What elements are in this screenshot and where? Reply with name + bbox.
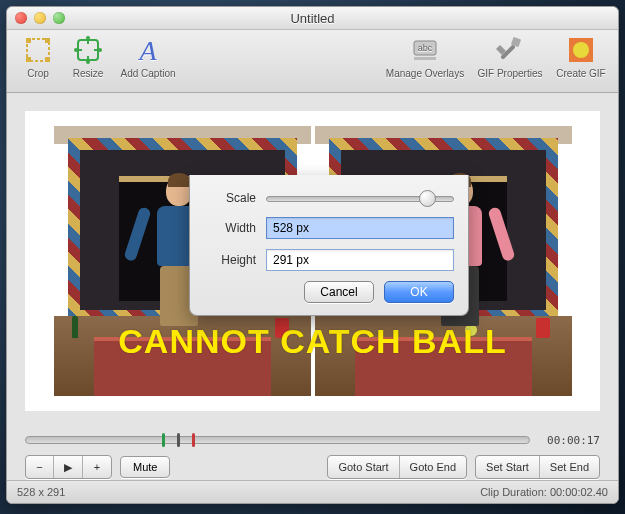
minimize-icon[interactable] <box>34 12 46 24</box>
create-gif-button[interactable]: Create GIF <box>550 34 612 79</box>
svg-rect-13 <box>414 57 436 60</box>
height-label: Height <box>204 253 256 267</box>
status-bar: 528 x 291 Clip Duration: 00:00:02.40 <box>7 480 618 503</box>
clip-duration-label: Clip Duration: <box>480 486 547 498</box>
gif-properties-button[interactable]: GIF Properties <box>470 34 550 79</box>
slider-knob[interactable] <box>419 190 436 207</box>
toolbar-label: Add Caption <box>120 68 175 79</box>
timecode: 00:00:17 <box>530 434 600 447</box>
set-start-button[interactable]: Set Start <box>476 456 540 478</box>
add-caption-button[interactable]: A Add Caption <box>113 34 183 79</box>
width-label: Width <box>204 221 256 235</box>
crop-button[interactable]: Crop <box>13 34 63 79</box>
svg-rect-1 <box>26 38 31 43</box>
height-input[interactable] <box>266 249 454 271</box>
crop-icon <box>22 34 54 66</box>
svg-point-6 <box>74 48 78 52</box>
scale-slider[interactable] <box>266 189 454 207</box>
status-dimensions: 528 x 291 <box>17 486 65 498</box>
svg-point-7 <box>98 48 102 52</box>
playhead[interactable] <box>177 433 180 447</box>
cancel-button[interactable]: Cancel <box>304 281 374 303</box>
width-input[interactable] <box>266 217 454 239</box>
step-controls: − ▶ + <box>25 455 112 479</box>
svg-text:A: A <box>137 35 157 66</box>
timeline-track[interactable] <box>25 436 530 444</box>
out-point-marker[interactable] <box>192 433 195 447</box>
svg-rect-2 <box>45 38 50 43</box>
toolbar-label: Crop <box>27 68 49 79</box>
transport-controls: − ▶ + Mute Goto Start Goto End Set Start… <box>25 453 600 481</box>
mute-button[interactable]: Mute <box>120 456 170 478</box>
svg-rect-3 <box>26 57 31 62</box>
toolbar-label: GIF Properties <box>477 68 542 79</box>
toolbar-label: Resize <box>73 68 104 79</box>
in-point-marker[interactable] <box>162 433 165 447</box>
goto-start-button[interactable]: Goto Start <box>328 456 399 478</box>
scale-label: Scale <box>204 191 256 205</box>
svg-point-8 <box>86 36 90 40</box>
toolbar-label: Manage Overlays <box>386 68 464 79</box>
caption-icon: A <box>132 34 164 66</box>
svg-rect-4 <box>45 57 50 62</box>
play-button[interactable]: ▶ <box>54 456 83 478</box>
properties-icon <box>494 34 526 66</box>
window-title: Untitled <box>7 11 618 26</box>
ok-button[interactable]: OK <box>384 281 454 303</box>
step-fwd-button[interactable]: + <box>83 456 111 478</box>
svg-point-16 <box>573 42 589 58</box>
toolbar: Crop Resize A Add Caption abc Manage Ove… <box>7 30 618 93</box>
manage-overlays-button[interactable]: abc Manage Overlays <box>380 34 470 79</box>
app-window: Untitled Crop Resize A Add Caption abc <box>6 6 619 504</box>
window-controls <box>15 12 65 24</box>
clip-duration-value: 00:00:02.40 <box>550 486 608 498</box>
set-range-controls: Set Start Set End <box>475 455 600 479</box>
titlebar: Untitled <box>7 7 618 30</box>
resize-dialog: Scale Width Height Cancel OK <box>189 175 469 316</box>
timeline: 00:00:17 <box>25 425 600 455</box>
step-back-button[interactable]: − <box>26 456 54 478</box>
close-icon[interactable] <box>15 12 27 24</box>
goto-controls: Goto Start Goto End <box>327 455 467 479</box>
create-gif-icon <box>565 34 597 66</box>
resize-button[interactable]: Resize <box>63 34 113 79</box>
overlays-icon: abc <box>409 34 441 66</box>
content-area: CANNOT CATCH BALL 00:00:17 − ▶ + Mute Go… <box>7 93 618 480</box>
svg-point-9 <box>86 60 90 64</box>
zoom-icon[interactable] <box>53 12 65 24</box>
svg-text:abc: abc <box>418 43 433 53</box>
resize-icon <box>72 34 104 66</box>
set-end-button[interactable]: Set End <box>540 456 599 478</box>
toolbar-label: Create GIF <box>556 68 605 79</box>
goto-end-button[interactable]: Goto End <box>400 456 466 478</box>
